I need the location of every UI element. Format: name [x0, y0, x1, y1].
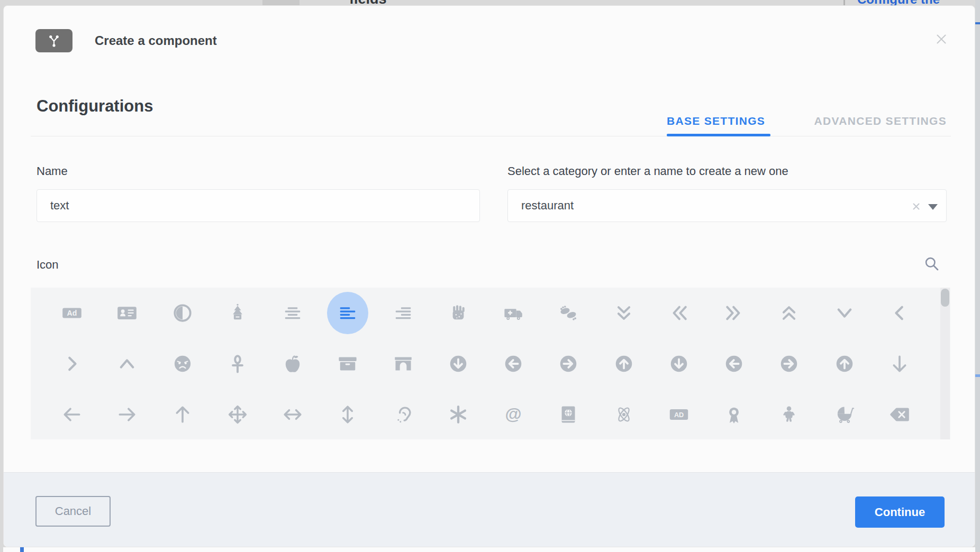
icon-align-left[interactable] [320, 288, 375, 338]
category-label: Select a category or enter a name to cre… [507, 164, 788, 178]
icon-archive[interactable] [320, 338, 375, 389]
arrow-circle-up-icon [834, 354, 855, 374]
icon-angle-double-right[interactable] [706, 288, 761, 338]
icon-arrow-down[interactable] [872, 338, 927, 389]
arrow-right-icon [117, 404, 137, 425]
angle-double-up-icon [779, 303, 799, 323]
baby-carriage-icon [834, 404, 855, 425]
angle-double-down-icon [614, 303, 634, 323]
icon-apple-alt[interactable] [265, 338, 320, 389]
icon-arrow-alt-circle-right[interactable] [541, 338, 596, 389]
name-input[interactable] [37, 189, 480, 222]
icon-arrows-alt[interactable] [210, 389, 265, 439]
baby-icon [779, 404, 799, 425]
category-select[interactable]: restaurant [507, 189, 947, 222]
background-text-fragment: fields [349, 0, 455, 5]
arrow-left-icon [62, 404, 82, 425]
icon-angle-up[interactable] [99, 338, 155, 389]
icon-align-center[interactable] [265, 288, 320, 338]
icon-audio-description[interactable]: AD [651, 389, 706, 439]
icon-american-sign-language-interpreting[interactable] [541, 288, 596, 338]
angle-up-icon [117, 354, 137, 374]
at-icon: @ [503, 404, 523, 425]
icon-arrow-circle-right[interactable] [761, 338, 816, 389]
tabs-divider [31, 136, 951, 136]
icon-assistive-listening-systems[interactable] [376, 389, 431, 439]
icon-ad[interactable]: Ad [44, 288, 99, 338]
icon-address-card[interactable] [99, 288, 155, 338]
icon-angle-double-down[interactable] [596, 288, 651, 338]
icon-arrow-circle-up[interactable] [817, 338, 872, 389]
tab-advanced-settings[interactable]: ADVANCED SETTINGS [814, 115, 947, 127]
continue-button[interactable]: Continue [855, 496, 945, 528]
ad-icon: Ad [62, 303, 82, 323]
address-card-icon [117, 303, 137, 323]
icon-angle-right[interactable] [44, 338, 99, 389]
backspace-icon [890, 404, 910, 425]
icon-search-button[interactable] [922, 254, 942, 274]
award-icon [724, 404, 744, 425]
atlas-icon [558, 404, 578, 425]
svg-text:AD: AD [674, 411, 684, 419]
icon-arrow-left[interactable] [44, 389, 99, 439]
modal-title: Create a component [95, 29, 217, 52]
icon-arrows-alt-v[interactable] [320, 389, 375, 439]
ambulance-icon [503, 303, 523, 323]
icon-ankh[interactable] [210, 338, 265, 389]
angle-double-left-icon [669, 303, 689, 323]
icon-arrow-circle-down[interactable] [651, 338, 706, 389]
icon-angry[interactable] [155, 338, 210, 389]
tab-base-settings[interactable]: BASE SETTINGS [667, 115, 765, 127]
icon-allergies[interactable] [431, 288, 486, 338]
icon-grid-scrollbar[interactable] [940, 288, 950, 439]
active-tab-underline [667, 134, 770, 136]
icon-arrow-circle-left[interactable] [706, 338, 761, 389]
icon-atom[interactable] [596, 389, 651, 439]
angle-right-icon [62, 354, 82, 374]
icon-angle-left[interactable] [872, 288, 927, 338]
allergies-icon [448, 303, 468, 323]
icon-ambulance[interactable] [486, 288, 541, 338]
arrow-down-icon [890, 354, 910, 374]
icon-archway[interactable] [376, 338, 431, 389]
background-block [262, 0, 300, 5]
icon-backspace[interactable] [872, 389, 927, 439]
arrow-alt-circle-left-icon [503, 354, 523, 374]
chevron-down-icon[interactable] [928, 204, 938, 210]
icon-air-freshener[interactable] [210, 288, 265, 338]
create-component-modal: Create a component Configurations BASE S… [3, 5, 975, 547]
icon-baby[interactable] [761, 389, 816, 439]
icon-angle-double-up[interactable] [761, 288, 816, 338]
icon-arrow-alt-circle-left[interactable] [486, 338, 541, 389]
icon-angle-down[interactable] [817, 288, 872, 338]
icon-at[interactable]: @ [486, 389, 541, 439]
icon-baby-carriage[interactable] [817, 389, 872, 439]
background-divider [843, 0, 845, 5]
icon-adjust[interactable] [155, 288, 210, 338]
icon-arrow-alt-circle-up[interactable] [596, 338, 651, 389]
icon-arrows-alt-h[interactable] [265, 389, 320, 439]
close-button[interactable] [932, 30, 951, 49]
icon-angle-double-left[interactable] [651, 288, 706, 338]
arrow-circle-right-icon [779, 354, 799, 374]
angry-icon [173, 354, 193, 374]
icon-asterisk[interactable] [431, 389, 486, 439]
component-badge [35, 29, 72, 52]
icon-atlas[interactable] [541, 389, 596, 439]
icon-align-right[interactable] [376, 288, 431, 338]
scrollbar-thumb[interactable] [941, 289, 949, 307]
icon-arrow-alt-circle-down[interactable] [431, 338, 486, 389]
background-top-strip: fields Configure the [0, 0, 980, 5]
background-accent-tick [20, 547, 24, 552]
cancel-button[interactable]: Cancel [35, 496, 111, 527]
icon-arrow-up[interactable] [155, 389, 210, 439]
icon-award[interactable] [706, 389, 761, 439]
arrow-circle-down-icon [669, 354, 689, 374]
angle-down-icon [834, 303, 855, 323]
icon-arrow-right[interactable] [99, 389, 155, 439]
air-freshener-icon [228, 303, 248, 323]
background-bottom-strip [3, 547, 975, 552]
clear-x-icon[interactable] [912, 190, 921, 223]
angle-double-right-icon [724, 303, 744, 323]
assistive-listening-systems-icon [393, 404, 413, 425]
